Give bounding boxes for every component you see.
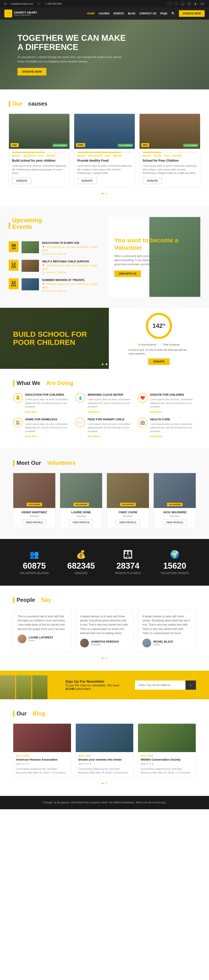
cause-image-2: 279% Live Updates: [74, 114, 135, 149]
stat-number-4: 15620: [154, 561, 196, 571]
linkedin-icon[interactable]: in: [187, 1, 192, 6]
youtube-icon[interactable]: ▶: [193, 1, 198, 6]
build-dot-1[interactable]: [102, 363, 103, 365]
contact-info: ✉ email@example.com 📞 +1 800-800-800: [4, 2, 62, 5]
rss-icon[interactable]: rss: [200, 1, 205, 6]
build-school-title: Build school for poor children: [13, 330, 96, 347]
stat-item-1: 👥 60875 Volunteer Helpers: [13, 550, 55, 575]
testimonial-card-2: It always blesses us to work with those …: [76, 610, 134, 652]
what-content-5: FEED FOR HUNGRY CHILD Lorem ipsum dolor …: [88, 418, 134, 438]
cause-card-3: 35% Live Updates Raised: $5,000 Goal: $5…: [139, 114, 200, 187]
site-logo[interactable]: ✋ CHARITY HEART charity organization: [4, 10, 37, 18]
raised-label-3: Raised:: [142, 154, 151, 157]
view-profile-btn-2[interactable]: VIEW PROFILE: [69, 520, 93, 525]
goal-label-3: Goal:: [164, 154, 170, 157]
stat-label-4: Volunteer Groups: [154, 572, 196, 575]
join-button[interactable]: JOIN WITH US: [114, 270, 141, 277]
read-more-2[interactable]: Read More: [88, 410, 100, 413]
stats-grid: 👥 60875 Volunteer Helpers 💰 682345 Donat…: [13, 550, 196, 575]
blog-card-1: JULY 5, 2016 American Humane Association…: [13, 724, 71, 777]
newsletter-title: Sign Up For Newsletter: [65, 679, 126, 684]
volunteer-card-4: VOLUNTEER JACK WILDHERE Volunteer VIEW P…: [154, 473, 196, 528]
volunteer-badge-3: VOLUNTEER: [120, 503, 136, 506]
view-profile-btn-4[interactable]: VIEW PROFILE: [163, 520, 187, 525]
dot-1[interactable]: [102, 193, 103, 194]
cause-donate-btn-1[interactable]: DONATE: [12, 178, 32, 184]
read-more-1[interactable]: Read More: [25, 410, 38, 413]
build-donate-button[interactable]: DONATE: [148, 358, 169, 365]
newsletter-submit-button[interactable]: →: [185, 681, 196, 690]
twitter-icon[interactable]: t: [174, 1, 179, 6]
what-icon-4: 🏠: [13, 418, 23, 427]
read-more-6[interactable]: Read More: [150, 435, 162, 438]
what-item-3: ❤️ DONATE FOR CHILDREN Lorem ipsum dolor…: [138, 393, 196, 413]
what-icon-5: 🍽️: [76, 418, 85, 427]
build-dot-2[interactable]: [106, 363, 107, 365]
view-profile-btn-1[interactable]: VIEW PROFILE: [22, 520, 46, 525]
newsletter-desc: To join the chat our newsletter. We have…: [65, 684, 126, 690]
cause-donate-btn-3[interactable]: DONATE: [142, 178, 162, 184]
read-more-3[interactable]: Read More: [150, 410, 162, 413]
search-icon[interactable]: 🔍: [171, 12, 175, 15]
blog-dot-2[interactable]: [106, 783, 107, 784]
testimonial-dot-1[interactable]: [102, 657, 103, 659]
read-more-4[interactable]: Read More: [25, 435, 38, 438]
logo-tagline: charity organization: [14, 14, 37, 16]
volunteer-photo-3: VOLUNTEER: [107, 473, 149, 508]
what-content-4: HOME FOR HOMELESS Lorem ipsum dolor sit …: [25, 418, 71, 438]
nav-events[interactable]: Events: [113, 12, 124, 15]
nav-donate-button[interactable]: DONATE NOW: [179, 10, 205, 17]
what-content-3: DONATE FOR CHILDREN Lorem ipsum dolor si…: [150, 393, 196, 413]
footer: A laugh, to be joyous, must flow from a …: [0, 796, 209, 809]
avatar-1: [17, 635, 26, 643]
event-item-3: 22 MAR SUMMER MISSION AT TRIANTA 📍 1234 …: [9, 278, 101, 293]
goal-value-3: $50,000: [173, 154, 181, 157]
events-section: Upcoming Events 08 JAN EDUCATION TO EVER…: [0, 206, 209, 308]
build-school-right: 142% Goal Achieved Total Donations It's …: [109, 308, 209, 369]
cause-badge-1: 142°: [11, 143, 19, 147]
event-item-1: 08 JAN EDUCATION TO EVERY KID 📍 1234 Nor…: [9, 241, 101, 256]
facebook-icon[interactable]: f: [167, 1, 172, 6]
event-thumb-3: [22, 278, 39, 290]
view-profile-btn-3[interactable]: VIEW PROFILE: [116, 520, 140, 525]
volunteers-title: Meet Our Volunteers: [13, 460, 196, 466]
nav-faq[interactable]: FAQs: [160, 12, 168, 15]
event-details-3: SUMMER MISSION AT TRIANTA 📍 1234 North A…: [42, 278, 101, 293]
read-more-5[interactable]: Read More: [88, 435, 100, 438]
dot-2[interactable]: [106, 193, 107, 194]
cause-stats-1: Raised: $30,000.00 Goal: $50,000: [12, 154, 66, 157]
nav-links: Home Causes Events Blog Contact Us FAQs …: [87, 10, 205, 17]
blog-grid: JULY 5, 2016 American Humane Association…: [13, 724, 196, 777]
volunteers-section: Meet Our Volunteers VOLUNTEER KENNY MART…: [0, 449, 209, 539]
nav-blog[interactable]: Blog: [128, 12, 135, 15]
nav-home[interactable]: Home: [87, 12, 95, 15]
circle-labels: Goal Achieved Total Donations: [138, 343, 180, 346]
cause-image-1: 142° Live Updates: [9, 114, 70, 149]
causes-section: Our causes 142° Live Updates Raised: $30…: [0, 89, 209, 206]
nav-causes[interactable]: Causes: [99, 12, 109, 15]
event-thumb-2: [22, 260, 39, 272]
events-title: Upcoming Events: [9, 217, 101, 235]
googleplus-icon[interactable]: g: [180, 1, 185, 6]
main-navigation: ✋ CHARITY HEART charity organization Hom…: [0, 7, 209, 20]
progress-bar-3: [142, 152, 197, 153]
cause-donate-btn-2[interactable]: DONATE: [77, 178, 97, 184]
blog-dot-1[interactable]: [102, 783, 103, 784]
testimonial-dot-2[interactable]: [106, 657, 107, 659]
email-value: email@example.com: [11, 2, 33, 5]
nav-contact[interactable]: Contact Us: [139, 12, 156, 15]
what-grid: 👶 EDUCATION FOR CHILDREN Lorem ipsum dol…: [13, 393, 196, 438]
hero-donate-button[interactable]: DONATE NOW: [17, 68, 46, 75]
cause-card-2: 279% Live Updates Raised: $22,424,078 Go…: [74, 114, 135, 187]
blog-card-3: NOV 5, 2016 Wildlife Conservation Societ…: [138, 724, 196, 777]
event-details-1: EDUCATION TO EVERY KID 📍 1234 North Aven…: [42, 241, 101, 256]
dot-total: [161, 344, 162, 345]
build-desc: It's time to give. It's time to share th…: [128, 348, 189, 355]
cause-body-3: Raised: $5,000 Goal: $50,000 School for …: [139, 149, 200, 187]
event-date-3: 22 MAR: [9, 278, 19, 289]
title-accent-testimonials: [13, 597, 14, 603]
stat-icon-4: 🌍: [154, 550, 196, 559]
cause-desc-3: Lorem ipsum dolor sit amet, consectetur …: [142, 164, 197, 175]
newsletter-email-input[interactable]: [135, 681, 185, 690]
what-content-1: EDUCATION FOR CHILDREN Lorem ipsum dolor…: [25, 393, 71, 413]
